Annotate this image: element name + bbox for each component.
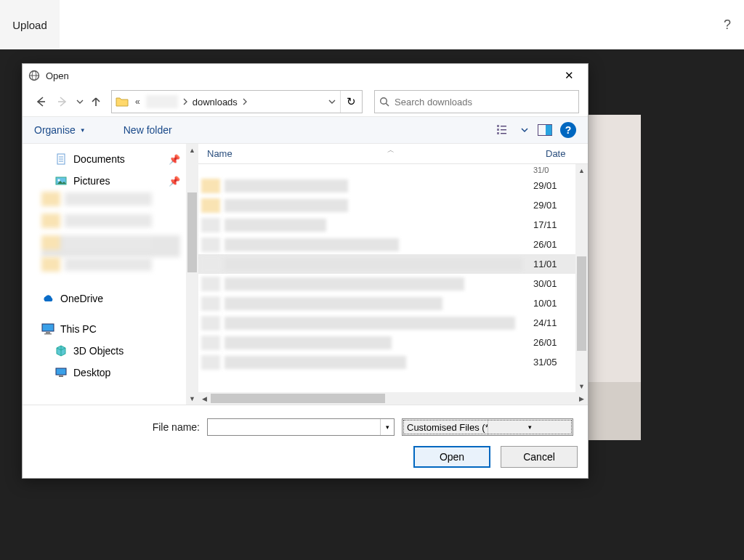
- tree-item-redacted[interactable]: [41, 257, 180, 279]
- list-vscrollbar[interactable]: ▲ ▼: [575, 164, 588, 392]
- list-item[interactable]: 26/01: [198, 235, 575, 254]
- breadcrumb-overflow[interactable]: «: [131, 97, 145, 107]
- nav-forward-button[interactable]: [53, 92, 72, 111]
- file-name-redacted: [225, 199, 348, 212]
- tree-item-label: OneDrive: [60, 293, 103, 304]
- column-name[interactable]: Name: [207, 148, 232, 159]
- filename-label: File name:: [33, 421, 200, 433]
- dialog-help-button[interactable]: ?: [560, 122, 576, 138]
- list-item[interactable]: 29/01: [198, 176, 575, 195]
- refresh-button[interactable]: ↻: [340, 91, 362, 113]
- upload-button[interactable]: Upload: [0, 0, 60, 49]
- file-name-redacted: [225, 238, 399, 251]
- tree-item-label: Pictures: [73, 175, 110, 187]
- scroll-thumb[interactable]: [211, 394, 385, 403]
- chevron-down-icon[interactable]: ▾: [488, 419, 573, 435]
- scroll-right-icon[interactable]: ▶: [575, 395, 588, 402]
- svg-rect-11: [497, 132, 499, 134]
- file-icon: [201, 179, 220, 193]
- search-input[interactable]: [395, 97, 578, 107]
- tree-item[interactable]: Pictures📌: [23, 170, 186, 192]
- file-name-redacted: [225, 356, 406, 369]
- svg-rect-25: [59, 376, 63, 377]
- svg-rect-21: [42, 324, 54, 331]
- scroll-thumb[interactable]: [577, 256, 586, 351]
- scroll-up-icon[interactable]: ▲: [575, 164, 588, 176]
- tree-item[interactable]: Desktop: [23, 362, 186, 384]
- nav-up-button[interactable]: [88, 93, 104, 110]
- chevron-right-icon[interactable]: [179, 98, 191, 105]
- chevron-down-icon[interactable]: ▾: [380, 419, 394, 435]
- list-item[interactable]: 10/01: [198, 293, 575, 313]
- column-date[interactable]: Date: [546, 148, 588, 159]
- dialog-footer: File name: ▾ Customised Files (*.m4v;*.m…: [23, 405, 588, 478]
- list-header[interactable]: Name ︿ Date: [198, 144, 588, 164]
- open-button[interactable]: Open: [413, 446, 490, 468]
- list-item[interactable]: 24/11: [198, 313, 575, 333]
- tree-item-redacted[interactable]: [41, 192, 180, 214]
- filename-combo[interactable]: ▾: [207, 418, 395, 436]
- list-item[interactable]: 31/0: [198, 164, 575, 176]
- folder-tree[interactable]: Documents📌Pictures📌OneDriveThis PC3D Obj…: [23, 144, 186, 405]
- monitor-icon: [41, 322, 54, 336]
- toolbar-right: ?: [495, 121, 576, 139]
- scroll-up-icon[interactable]: ▲: [186, 144, 198, 156]
- list-hscrollbar[interactable]: ◀ ▶: [198, 392, 588, 405]
- tree-scrollbar[interactable]: ▲ ▼: [186, 144, 198, 405]
- file-icon: [201, 238, 220, 252]
- list-item[interactable]: 26/01: [198, 333, 575, 352]
- tree-item[interactable]: 3D Objects: [23, 340, 186, 362]
- new-folder-button[interactable]: New folder: [124, 124, 172, 136]
- cancel-button[interactable]: Cancel: [501, 446, 578, 468]
- close-button[interactable]: ✕: [554, 65, 583, 86]
- svg-rect-7: [497, 125, 499, 127]
- svg-rect-23: [44, 333, 52, 335]
- file-list-wrap: Name ︿ Date 31/0 29/0129/0117/1126/0111/…: [198, 144, 588, 405]
- file-list[interactable]: 31/0 29/0129/0117/1126/0111/0130/0110/01…: [198, 164, 575, 392]
- breadcrumb-current[interactable]: downloads: [191, 97, 239, 107]
- list-item[interactable]: 29/01: [198, 195, 575, 215]
- filename-input[interactable]: [208, 422, 380, 433]
- list-item[interactable]: 17/11: [198, 215, 575, 235]
- file-name-redacted: [225, 258, 522, 271]
- folder-tree-wrap: Documents📌Pictures📌OneDriveThis PC3D Obj…: [23, 144, 198, 405]
- tree-item[interactable]: Documents📌: [23, 148, 186, 170]
- pin-icon: 📌: [169, 176, 180, 187]
- list-item[interactable]: 30/01: [198, 274, 575, 293]
- file-icon: [201, 218, 220, 232]
- nav-back-button[interactable]: [31, 92, 50, 111]
- tree-item[interactable]: This PC: [23, 318, 186, 340]
- chevron-right-icon[interactable]: [239, 98, 251, 105]
- nav-history-dropdown[interactable]: [76, 98, 84, 105]
- tree-item-redacted[interactable]: [41, 235, 180, 257]
- row-date: 31/0: [533, 166, 575, 174]
- tree-item-redacted[interactable]: [41, 214, 180, 235]
- open-file-dialog: Open ✕ «: [22, 63, 589, 479]
- breadcrumb[interactable]: « downloads ↻: [111, 90, 363, 113]
- svg-rect-22: [46, 332, 50, 333]
- search-box[interactable]: [374, 90, 579, 113]
- row-date: 26/01: [533, 239, 575, 250]
- list-item[interactable]: 11/01: [198, 254, 575, 274]
- toolbar: Organise ▼ New folder: [23, 116, 588, 144]
- preview-pane-button[interactable]: [535, 121, 554, 139]
- view-options-button[interactable]: [495, 121, 514, 139]
- scroll-down-icon[interactable]: ▼: [186, 392, 198, 405]
- view-dropdown[interactable]: [519, 121, 530, 139]
- help-button[interactable]: ?: [711, 0, 744, 49]
- file-name-redacted: [225, 336, 392, 349]
- file-icon: [201, 257, 220, 272]
- scroll-left-icon[interactable]: ◀: [198, 395, 211, 402]
- scroll-down-icon[interactable]: ▼: [575, 380, 588, 392]
- doc-icon: [54, 153, 68, 166]
- tree-item[interactable]: OneDrive: [23, 288, 186, 309]
- breadcrumb-dropdown[interactable]: [324, 98, 340, 105]
- row-date: 10/01: [533, 298, 575, 309]
- filetype-filter[interactable]: Customised Files (*.m4v;*.mp4 ▾: [402, 418, 573, 436]
- scroll-thumb[interactable]: [187, 192, 197, 272]
- svg-rect-14: [546, 125, 552, 135]
- organise-menu[interactable]: Organise ▼: [34, 124, 86, 136]
- search-icon: [375, 97, 395, 107]
- list-item[interactable]: 31/05: [198, 352, 575, 372]
- nav-row: « downloads ↻: [23, 87, 588, 116]
